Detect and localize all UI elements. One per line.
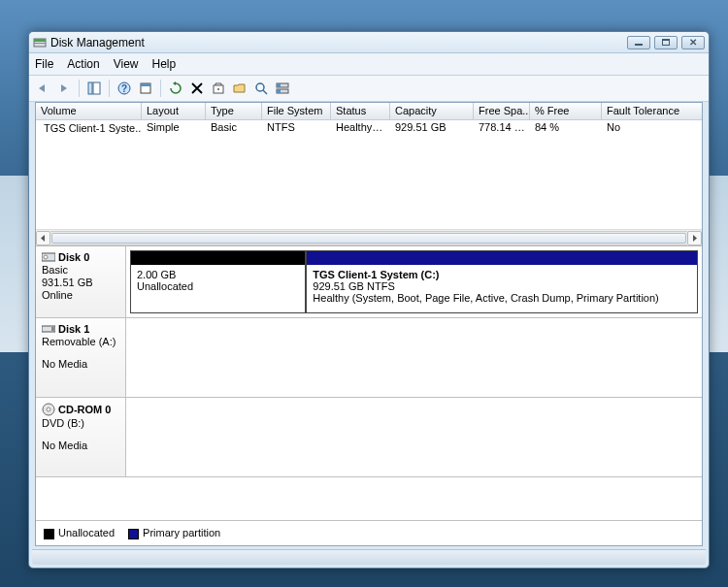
svg-point-24	[47, 408, 50, 411]
titlebar[interactable]: Disk Management ✕	[29, 32, 709, 53]
disk-row[interactable]: Disk 0Basic931.51 GBOnline2.00 GBUnalloc…	[36, 246, 702, 318]
svg-rect-2	[34, 43, 46, 44]
swatch-primary	[128, 529, 139, 539]
partition[interactable]: TGS Client-1 System (C:)929.51 GB NTFSHe…	[306, 250, 698, 313]
legend-primary: Primary partition	[143, 527, 220, 538]
svg-rect-3	[88, 82, 92, 94]
partition[interactable]: 2.00 GBUnallocated	[130, 250, 306, 313]
properties-icon[interactable]	[136, 79, 155, 98]
back-button[interactable]	[33, 79, 52, 98]
disk-row[interactable]: Disk 1Removable (A:)No Media	[36, 318, 702, 398]
svg-rect-8	[141, 83, 150, 86]
menubar: File Action View Help	[29, 53, 709, 76]
disk-partitions: 2.00 GBUnallocatedTGS Client-1 System (C…	[126, 246, 702, 317]
menu-action[interactable]: Action	[67, 57, 99, 71]
search-icon[interactable]	[251, 79, 271, 98]
window-title: Disk Management	[50, 36, 627, 49]
col-volume[interactable]: Volume	[36, 103, 142, 119]
col-freespace[interactable]: Free Spa...	[474, 103, 530, 119]
col-fault[interactable]: Fault Tolerance	[602, 103, 679, 119]
delete-icon[interactable]	[187, 79, 207, 98]
disk-label: CD-ROM 0DVD (B:)No Media	[36, 398, 126, 476]
col-capacity[interactable]: Capacity	[390, 103, 474, 119]
scroll-track[interactable]	[50, 231, 687, 245]
cdrom-icon	[42, 403, 55, 416]
svg-point-20	[44, 255, 48, 259]
svg-point-11	[256, 83, 264, 91]
vol-capacity: 929.51 GB	[390, 120, 474, 136]
disk-row[interactable]: CD-ROM 0DVD (B:)No Media	[36, 398, 702, 477]
svg-text:?: ?	[121, 83, 127, 94]
volume-list: Volume Layout Type File System Status Ca…	[36, 103, 702, 246]
removable-icon	[42, 324, 55, 334]
vol-name: TGS Client-1 Syste...	[44, 122, 142, 134]
content-pane: Volume Layout Type File System Status Ca…	[35, 102, 703, 546]
col-filesystem[interactable]: File System	[262, 103, 331, 119]
col-type[interactable]: Type	[206, 103, 262, 119]
svg-rect-22	[51, 327, 54, 331]
horizontal-scrollbar[interactable]	[36, 229, 702, 245]
statusbar	[32, 549, 706, 565]
col-pctfree[interactable]: % Free	[530, 103, 602, 119]
disk-management-window: Disk Management ✕ File Action View Help …	[28, 31, 710, 569]
legend-unallocated: Unallocated	[58, 527, 115, 538]
vol-free: 778.14 GB	[474, 120, 530, 136]
volume-row[interactable]: TGS Client-1 Syste... Simple Basic NTFS …	[36, 120, 702, 136]
menu-file[interactable]: File	[35, 57, 53, 71]
menu-help[interactable]: Help	[152, 57, 177, 71]
svg-rect-15	[277, 83, 281, 87]
col-status[interactable]: Status	[331, 103, 390, 119]
scroll-left-icon[interactable]	[36, 231, 50, 245]
hdd-icon	[42, 252, 55, 262]
svg-rect-1	[34, 39, 46, 42]
disk-map: Disk 0Basic931.51 GBOnline2.00 GBUnalloc…	[36, 246, 702, 520]
legend: Unallocated Primary partition	[36, 520, 702, 545]
vol-fs: NTFS	[262, 120, 331, 136]
vol-status: Healthy (S...	[331, 120, 390, 136]
volume-headers[interactable]: Volume Layout Type File System Status Ca…	[36, 103, 702, 120]
volumes-view-icon[interactable]	[273, 79, 292, 98]
svg-rect-16	[277, 89, 281, 93]
disk-label: Disk 1Removable (A:)No Media	[36, 318, 126, 397]
svg-point-10	[217, 88, 219, 90]
disk-label: Disk 0Basic931.51 GBOnline	[36, 246, 126, 317]
close-button[interactable]: ✕	[681, 36, 705, 49]
vol-type: Basic	[206, 120, 262, 136]
open-icon[interactable]	[230, 79, 249, 98]
settings-icon[interactable]	[209, 79, 228, 98]
scroll-right-icon[interactable]	[687, 231, 702, 245]
vol-layout: Simple	[142, 120, 206, 136]
forward-button[interactable]	[54, 79, 74, 98]
vol-fault: No	[602, 120, 679, 136]
console-tree-icon[interactable]	[84, 79, 104, 98]
minimize-button[interactable]	[627, 36, 650, 49]
svg-rect-4	[93, 82, 100, 94]
svg-line-12	[263, 90, 267, 94]
swatch-unallocated	[44, 529, 54, 539]
refresh-icon[interactable]	[166, 79, 185, 98]
toolbar: ?	[29, 76, 709, 102]
app-icon	[33, 36, 47, 49]
maximize-button[interactable]	[654, 36, 678, 49]
vol-pct: 84 %	[530, 120, 602, 136]
menu-view[interactable]: View	[114, 57, 139, 71]
col-layout[interactable]: Layout	[142, 103, 206, 119]
help-icon[interactable]: ?	[115, 79, 134, 98]
